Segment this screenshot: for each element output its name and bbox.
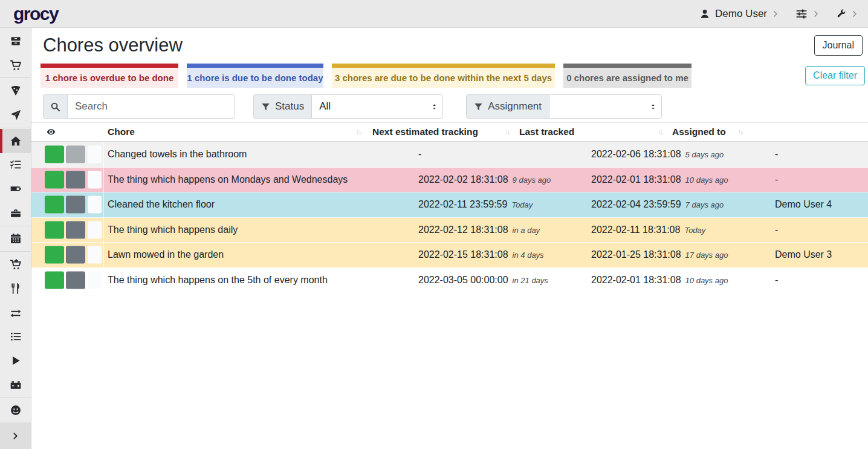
calendar-icon [10,232,22,244]
next-estimated-tracking-cell: 2022-02-15 18:31:08in 4 days [418,249,544,260]
status-filter-select[interactable]: All [311,94,443,119]
row-menu-button[interactable] [88,246,102,264]
play-icon [51,151,59,159]
skip-chore-button[interactable] [66,246,85,264]
row-menu-button[interactable] [88,221,102,238]
fast-forward-icon [72,251,80,259]
play-icon [51,201,59,209]
skip-chore-button[interactable] [66,196,85,214]
sidebar-item-shopping-list[interactable] [0,53,31,77]
assignment-filter-select[interactable] [549,94,662,119]
column-header-last-tracked[interactable]: Last tracked [519,126,574,137]
ellipsis-vertical-icon [91,201,99,209]
sidebar-item-equipment[interactable] [0,201,31,225]
next-estimated-tracking-cell: 2022-03-05 00:00:00in 21 days [418,275,548,286]
sort-icon[interactable]: ↑↓ [658,128,662,136]
assignment-filter-label: Assignment [466,94,549,119]
skip-chore-button[interactable] [66,171,85,188]
track-chore-button[interactable] [45,221,64,238]
sidebar-item-battery-tracking[interactable] [0,373,31,397]
row-menu-button[interactable] [88,271,102,289]
search-icon-box [43,94,67,119]
next-estimated-value: 2022-02-02 18:31:08 [418,174,508,185]
track-chore-button[interactable] [45,271,64,289]
sidebar-divider [0,398,31,398]
sort-icon[interactable]: ↑↓ [505,128,510,136]
sidebar-item-tasks[interactable] [0,153,31,177]
sliders-icon [795,8,808,20]
assigned-to-me-card[interactable]: 0 chores are assigned to me [563,64,691,88]
exchange-icon [10,307,22,319]
cart-icon [10,59,22,71]
chore-name: Changed towels in the bathroom [108,149,247,160]
chore-name: The thing which happens on Mondays and W… [108,174,348,185]
sidebar-item-transfer[interactable] [0,301,31,325]
app-logo[interactable]: grocy [13,4,58,24]
table-row: The thing which happens on Mondays and W… [31,168,868,193]
sidebar-item-consume[interactable] [0,277,31,301]
track-chore-button[interactable] [45,146,64,163]
due-today-chores-card[interactable]: 1 chore is due to be done today [187,64,323,88]
sidebar-item-chore-tracking[interactable] [0,349,31,373]
sort-icon[interactable]: ↑↓ [356,128,361,136]
last-tracked-cell: 2022-02-01 18:31:0810 days ago [591,174,728,185]
column-header-chore[interactable]: Chore [108,126,135,137]
sidebar-divider [0,226,31,226]
user-menu[interactable]: Demo User [699,8,779,20]
overdue-chores-card[interactable]: 1 chore is overdue to be done [40,64,178,88]
fast-forward-icon [72,175,80,183]
sidebar-item-recipes[interactable] [0,79,31,103]
search-icon [50,102,60,112]
navbar-menus: Demo User [699,8,858,20]
row-menu-button[interactable] [88,146,102,163]
next-estimated-tracking-cell: 2022-02-12 18:31:08in a day [418,224,540,235]
ellipsis-vertical-icon [91,175,99,183]
visibility-icon[interactable] [47,128,56,137]
search-input[interactable] [67,94,235,119]
sidebar-item-inventory[interactable] [0,324,31,349]
column-header-next-estimated-tracking[interactable]: Next estimated tracking [372,126,478,137]
sidebar [0,28,31,449]
skip-chore-button [66,146,85,163]
sort-icon[interactable]: ↑↓ [738,128,743,136]
assigned-to-cell: - [775,149,778,160]
status-filter-value: All [319,100,331,113]
row-menu-button[interactable] [88,171,102,188]
last-tracked-relative: 5 days ago [685,150,724,159]
chore-name: Cleaned the kitchen floor [108,199,215,210]
last-tracked-relative: 7 days ago [685,200,724,209]
admin-menu[interactable] [836,8,858,19]
sidebar-item-batteries-overview[interactable] [0,177,31,201]
last-tracked-cell: 2022-02-01 18:31:0810 days ago [591,275,728,286]
settings-menu[interactable] [795,8,820,20]
row-menu-button[interactable] [88,196,102,214]
track-chore-button[interactable] [45,171,64,188]
last-tracked-value: 2022-02-06 18:31:08 [591,149,681,159]
skip-chore-button[interactable] [66,271,85,289]
column-header-assigned-to[interactable]: Assigned to [672,126,726,137]
journal-button[interactable]: Journal [814,35,863,56]
due-soon-chores-card[interactable]: 3 chores are due to be done within the n… [332,64,555,88]
sidebar-item-calendar[interactable] [0,227,31,251]
sidebar-item-purchase[interactable] [0,252,31,277]
sidebar-item-chores-overview[interactable] [0,129,31,153]
sidebar-item-meal-plan[interactable] [0,103,31,127]
home-icon [10,135,22,147]
filters-row: Status All Assignment [43,94,868,119]
skip-chore-button[interactable] [66,221,85,238]
track-chore-button[interactable] [45,196,64,214]
clear-filter-button[interactable]: Clear filter [805,66,865,85]
last-tracked-value: 2022-02-11 18:31:08 [591,224,680,235]
sidebar-item-stock-overview[interactable] [0,29,31,53]
chevron-right-icon [772,10,779,18]
track-chore-button[interactable] [45,246,64,264]
top-navbar: grocy Demo User [0,0,868,28]
next-estimated-value: 2022-03-05 00:00:00 [418,275,508,285]
sidebar-collapse-button[interactable] [0,422,31,449]
play-icon [51,175,59,183]
play-icon [51,276,59,284]
sidebar-item-user[interactable] [0,399,31,423]
ellipsis-vertical-icon [91,226,99,234]
next-estimated-relative: in 4 days [513,251,544,260]
chevron-right-icon [812,10,820,18]
